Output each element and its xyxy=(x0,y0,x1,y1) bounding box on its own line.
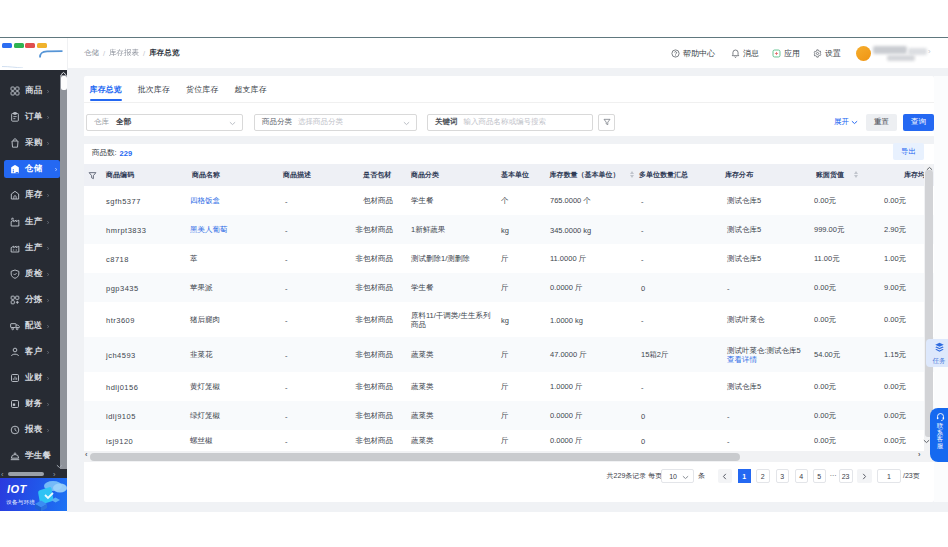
column-header-3[interactable]: 商品描述 xyxy=(283,164,311,186)
avatar[interactable] xyxy=(856,46,871,61)
column-header-5[interactable]: 商品分类 xyxy=(411,164,439,186)
sidebar-item-11[interactable]: 客户› xyxy=(0,339,60,365)
search-button[interactable]: 查询 xyxy=(903,114,934,132)
chevron-down-icon xyxy=(229,121,236,126)
sidebar-item-12[interactable]: 业财› xyxy=(0,365,60,391)
sidebar-vertical-scrollbar[interactable] xyxy=(60,75,67,469)
breadcrumb-item[interactable]: 库存报表 xyxy=(109,48,139,58)
sidebar-item-7[interactable]: 生产› xyxy=(0,235,60,261)
table-scroll-right-icon[interactable]: › xyxy=(918,451,921,458)
pagination-prev-button[interactable] xyxy=(718,469,733,483)
cell-avg: 0.00元 xyxy=(884,196,906,206)
customer-service-button[interactable]: 联系客服 xyxy=(930,408,948,462)
table-row-5[interactable]: htr3609猪后腿肉-非包材商品原料11/干调类/生生系列商品kg1.0000… xyxy=(84,302,934,337)
sidebar-item-1[interactable]: 商品› xyxy=(0,78,60,104)
warehouse-select[interactable]: 仓库 全部 xyxy=(86,114,243,131)
column-header-9[interactable]: 库存分布 xyxy=(725,164,753,186)
table-row-8[interactable]: ldlj9105绿灯笼椒-非包材商品蔬菜类斤0.0000 斤0-0.00元0.0… xyxy=(84,401,934,430)
chevron-down-icon xyxy=(403,121,410,126)
column-header-6[interactable]: 基本单位 xyxy=(501,164,529,186)
sort-carets-icon[interactable] xyxy=(854,171,858,178)
user-chevron-icon[interactable]: › xyxy=(928,47,931,56)
cell-dist: 测试仓库5 xyxy=(727,382,761,392)
keyword-input[interactable]: 关键词 输入商品名称或编号搜索 xyxy=(427,114,593,131)
sidebar-item-4[interactable]: 仓储› xyxy=(0,156,60,182)
cell-name[interactable]: 黑美人葡萄 xyxy=(190,225,228,235)
pagination-page-2[interactable]: 2 xyxy=(756,469,770,483)
table-row-2[interactable]: hmrpt3833黑美人葡萄-非包材商品1新鲜蔬果kg345.0000 kg-测… xyxy=(84,215,934,244)
sort-carets-icon[interactable] xyxy=(630,171,634,178)
sidebar-item-8[interactable]: 质检› xyxy=(0,261,60,287)
sidebar-item-9[interactable]: 分拣› xyxy=(0,287,60,313)
sidebar-item-2[interactable]: 订单› xyxy=(0,104,60,130)
sidebar-item-14[interactable]: 报表› xyxy=(0,417,60,443)
sidebar-item-13[interactable]: 财务› xyxy=(0,391,60,417)
table-row-6[interactable]: jch4593韭菜花-非包材商品蔬菜类斤47.0000 斤15箱2斤测试叶菜仓:… xyxy=(84,337,934,372)
view-details-link[interactable]: 查看详情 xyxy=(727,355,801,365)
column-header-2[interactable]: 商品名称 xyxy=(192,164,220,186)
table-scroll-down-icon[interactable] xyxy=(923,439,930,444)
header-menu-gear[interactable]: 设置 xyxy=(813,38,841,68)
cell-value: 54.00元 xyxy=(814,350,840,360)
tab-4[interactable]: 超支库存 xyxy=(234,76,266,103)
task-floating-button[interactable]: 任务 xyxy=(926,339,948,367)
tab-3[interactable]: 货位库存 xyxy=(186,76,218,103)
sidebar-horizontal-scrollbar-thumb[interactable] xyxy=(8,472,44,477)
table-row-9[interactable]: lsj9120螺丝椒-非包材商品蔬菜类斤0.0000 斤0-0.00元0.00元 xyxy=(84,430,934,451)
pagination-page-4[interactable]: 4 xyxy=(795,469,808,483)
table-scroll-left-icon[interactable]: ‹ xyxy=(85,451,88,458)
table-vertical-scrollbar-thumb[interactable] xyxy=(925,170,933,437)
expand-filters-link[interactable]: 展开 xyxy=(834,114,858,130)
column-header-4[interactable]: 是否包材 xyxy=(363,164,391,186)
sidebar-item-15[interactable]: 学生餐 xyxy=(0,443,60,469)
pagination-page-5[interactable]: 5 xyxy=(813,469,826,483)
app-logo[interactable] xyxy=(0,38,68,68)
tab-2[interactable]: 批次库存 xyxy=(138,76,170,103)
column-header-7[interactable]: 库存数量（基本单位） xyxy=(550,164,620,186)
cell-name: 韭菜花 xyxy=(190,350,213,360)
table-horizontal-scrollbar-thumb[interactable] xyxy=(90,453,740,461)
pagination-page-1[interactable]: 1 xyxy=(738,469,752,483)
cell-unit: 斤 xyxy=(501,436,509,446)
sidebar-item-10[interactable]: 配送› xyxy=(0,313,60,339)
sidebar-scroll-up-icon[interactable] xyxy=(60,71,67,76)
sidebar-scroll-down-icon[interactable] xyxy=(56,464,63,469)
pagination-jump-input[interactable]: 1 xyxy=(877,469,901,483)
column-settings-funnel-icon[interactable] xyxy=(88,164,97,186)
cell-dist: 测试仓库5 xyxy=(727,225,761,235)
pagination-next-button[interactable] xyxy=(857,469,872,483)
cell-unit: 斤 xyxy=(501,283,509,293)
table-row-3[interactable]: c8718萃-非包材商品测试删除1/测删除斤11.0000 斤-测试仓库511.… xyxy=(84,244,934,273)
pagination-page-23[interactable]: 23 xyxy=(839,469,853,483)
cell-value: 0.00元 xyxy=(814,411,836,421)
column-header-1[interactable]: 商品编码 xyxy=(106,164,134,186)
column-header-10[interactable]: 账面货值 xyxy=(816,164,844,186)
header-menu-help-circle[interactable]: 帮助中心 xyxy=(671,38,715,68)
cell-desc: - xyxy=(285,254,288,263)
header-menu-app-plus[interactable]: 应用 xyxy=(772,38,800,68)
pagination-page-3[interactable]: 3 xyxy=(776,469,789,483)
filter-funnel-button[interactable] xyxy=(598,114,615,131)
cell-code: lsj9120 xyxy=(106,436,133,445)
sidebar-vertical-scrollbar-thumb[interactable] xyxy=(61,76,67,90)
cell-name[interactable]: 四格饭盒 xyxy=(190,196,220,206)
breadcrumb-item[interactable]: 仓储 xyxy=(84,48,99,58)
cell-avg: 0.00元 xyxy=(884,411,906,421)
page-size-select[interactable]: 10 xyxy=(661,469,694,483)
export-button[interactable]: 导出 xyxy=(893,143,924,160)
column-header-8[interactable]: 多单位数量汇总 xyxy=(639,164,688,186)
sidebar-item-5[interactable]: 库存› xyxy=(0,182,60,208)
table-row-7[interactable]: hdlj0156黄灯笼椒-非包材商品蔬菜类斤1.0000 斤-测试仓库50.00… xyxy=(84,372,934,401)
cell-qty: 1.0000 斤 xyxy=(550,382,583,392)
table-row-4[interactable]: pgp3435苹果派-非包材商品学生餐斤0.0000 斤0-0.00元9.00元 xyxy=(84,273,934,302)
sidebar-item-6[interactable]: 生产› xyxy=(0,209,60,235)
category-select[interactable]: 商品分类 选择商品分类 xyxy=(254,114,417,131)
sidebar-horizontal-scrollbar[interactable]: ‹ › xyxy=(0,470,67,477)
reset-button[interactable]: 重置 xyxy=(866,114,897,131)
cell-name: 猪后腿肉 xyxy=(190,315,220,325)
sidebar-item-3[interactable]: 采购› xyxy=(0,130,60,156)
iot-banner[interactable]: IOT 设备与环境 xyxy=(0,478,67,511)
header-menu-bell[interactable]: 消息 xyxy=(731,38,759,68)
table-row-1[interactable]: sgfh5377四格饭盒-包材商品学生餐个765.0000 个-测试仓库50.0… xyxy=(84,186,934,215)
table-scroll-up-icon[interactable] xyxy=(926,166,933,171)
